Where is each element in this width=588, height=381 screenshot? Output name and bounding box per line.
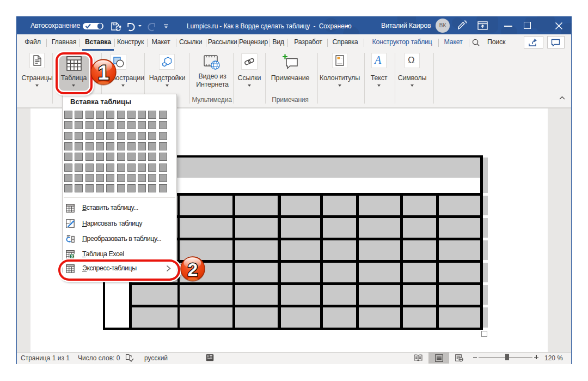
svg-text:2: 2 xyxy=(187,258,198,279)
svg-text:1: 1 xyxy=(98,61,109,83)
svg-text:X: X xyxy=(71,254,74,259)
